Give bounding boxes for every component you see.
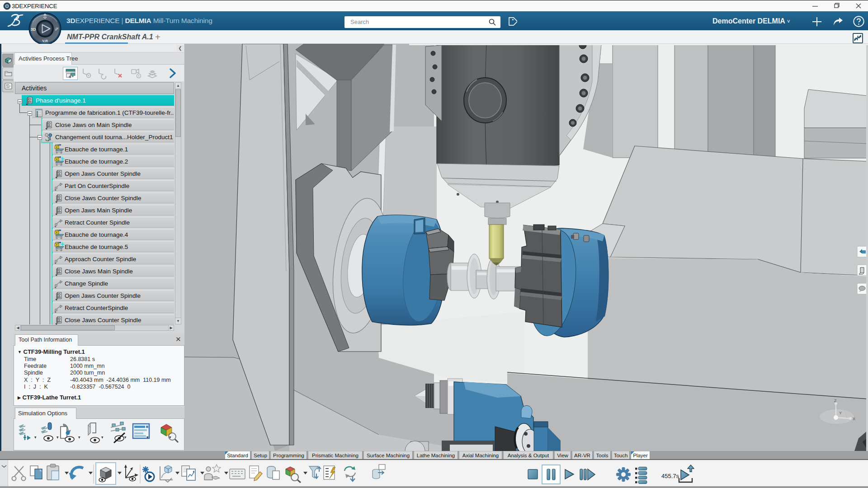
- svg-text:3D: 3D: [31, 27, 36, 32]
- svg-text:Z: Z: [834, 399, 837, 403]
- svg-text:X: X: [853, 417, 855, 421]
- svg-text:i²: i²: [56, 27, 59, 32]
- svg-text:V.R: V.R: [42, 39, 48, 43]
- svg-text:Y: Y: [839, 411, 842, 415]
